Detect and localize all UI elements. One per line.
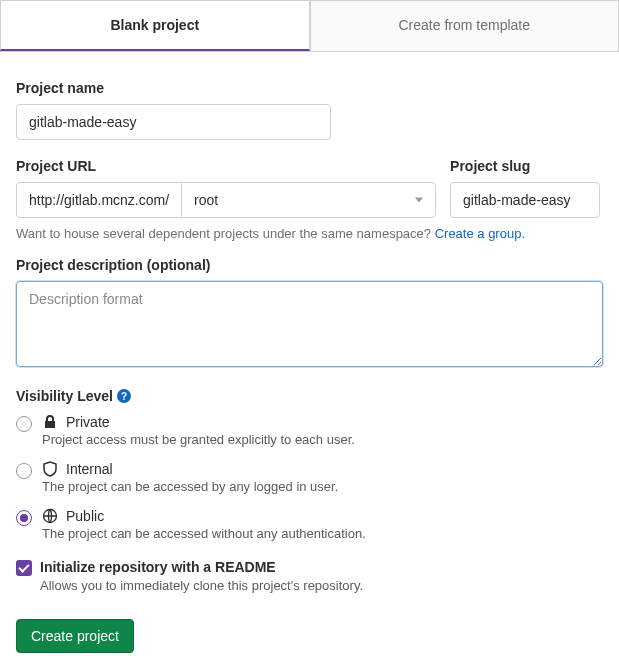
namespace-selected: root	[194, 192, 218, 208]
visibility-public-title: Public	[66, 508, 104, 524]
tab-blank-project[interactable]: Blank project	[0, 0, 310, 51]
tab-create-from-template[interactable]: Create from template	[310, 0, 620, 51]
visibility-option-public[interactable]: Public The project can be accessed witho…	[16, 508, 603, 541]
visibility-level-label: Visibility Level ?	[16, 388, 603, 404]
namespace-select[interactable]: root	[181, 182, 436, 218]
project-url-prefix: http://gitlab.mcnz.com/	[16, 182, 181, 218]
lock-icon	[42, 414, 58, 430]
chevron-down-icon	[415, 198, 423, 203]
namespace-hint: Want to house several dependent projects…	[16, 226, 603, 241]
visibility-option-internal[interactable]: Internal The project can be accessed by …	[16, 461, 603, 494]
readme-title: Initialize repository with a README	[40, 559, 276, 575]
readme-checkbox[interactable]	[16, 560, 32, 576]
visibility-internal-desc: The project can be accessed by any logge…	[42, 479, 338, 494]
visibility-internal-title: Internal	[66, 461, 113, 477]
project-name-input[interactable]	[16, 104, 331, 140]
project-url-group: http://gitlab.mcnz.com/ root	[16, 182, 436, 218]
project-url-label: Project URL	[16, 158, 436, 174]
description-label: Project description (optional)	[16, 257, 603, 273]
project-slug-input[interactable]	[450, 182, 600, 218]
visibility-public-desc: The project can be accessed without any …	[42, 526, 366, 541]
project-creation-tabs: Blank project Create from template	[0, 0, 619, 52]
visibility-private-title: Private	[66, 414, 110, 430]
project-slug-label: Project slug	[450, 158, 600, 174]
shield-icon	[42, 461, 58, 477]
form-content: Project name Project URL http://gitlab.m…	[0, 52, 619, 669]
visibility-level-text: Visibility Level	[16, 388, 113, 404]
visibility-option-private[interactable]: Private Project access must be granted e…	[16, 414, 603, 447]
radio-public[interactable]	[16, 510, 32, 526]
radio-private[interactable]	[16, 416, 32, 432]
readme-desc: Allows you to immediately clone this pro…	[40, 578, 603, 593]
globe-icon	[42, 508, 58, 524]
readme-checkbox-row[interactable]: Initialize repository with a README	[16, 559, 603, 576]
namespace-hint-text: Want to house several dependent projects…	[16, 226, 435, 241]
radio-internal[interactable]	[16, 463, 32, 479]
help-icon[interactable]: ?	[117, 389, 131, 403]
create-project-button[interactable]: Create project	[16, 619, 134, 653]
description-textarea[interactable]	[16, 281, 603, 367]
visibility-private-desc: Project access must be granted explicitl…	[42, 432, 355, 447]
create-group-link[interactable]: Create a group.	[435, 226, 525, 241]
project-name-label: Project name	[16, 80, 603, 96]
